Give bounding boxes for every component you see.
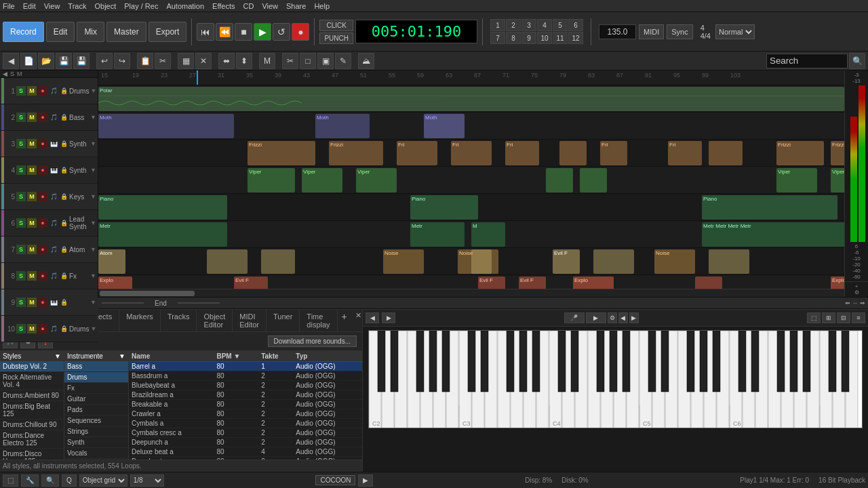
clip-3-3[interactable]: Fri xyxy=(397,141,437,165)
clip-8-5[interactable]: Explo xyxy=(573,277,614,289)
track-arrow-1[interactable]: ▼ xyxy=(90,87,96,94)
clip-7-4[interactable]: Noise xyxy=(383,249,424,274)
track-solo-2[interactable]: S xyxy=(16,113,26,122)
style-item-1[interactable]: Dubstep Vol. 2 xyxy=(0,361,64,372)
numpad-4[interactable]: 4 xyxy=(537,19,552,31)
file-row-4[interactable]: Brazildream a 80 2 Audio (OGG) xyxy=(129,390,362,400)
bt-q-btn[interactable]: Q xyxy=(62,474,77,487)
loop-button[interactable]: ↺ xyxy=(273,23,290,41)
track-arrow-6[interactable]: ▼ xyxy=(90,220,96,226)
back-button[interactable]: ⏪ xyxy=(216,23,233,41)
col-takte[interactable]: Takte xyxy=(258,351,293,362)
track-arrow-5[interactable]: ▼ xyxy=(90,193,96,200)
clip-2-1[interactable]: Moth xyxy=(98,114,234,138)
grid-select[interactable]: Object grid xyxy=(79,474,127,487)
piano-extra-4[interactable]: ≡ xyxy=(852,312,865,323)
clip-3-2[interactable]: Frizzi xyxy=(329,141,383,165)
clip-7-1[interactable]: Atom xyxy=(98,249,125,274)
track-arrow-9[interactable]: ▼ xyxy=(90,299,96,306)
instr-item-fx[interactable]: Fx xyxy=(64,383,128,394)
col-name[interactable]: Name xyxy=(129,351,214,362)
file-row-9[interactable]: Deepunch a 80 2 Audio (OGG) xyxy=(129,438,362,447)
tab-tracks[interactable]: Tracks xyxy=(161,310,197,331)
clip-8-4[interactable]: Evil F xyxy=(519,277,546,289)
track-name-10[interactable]: Drums xyxy=(69,325,89,333)
track-arrow-7[interactable]: ▼ xyxy=(90,246,96,253)
file-row-2[interactable]: Bassdrum a 80 2 Audio (OGG) xyxy=(129,371,362,381)
menu-help[interactable]: Help xyxy=(314,2,330,10)
instr-item-vocals[interactable]: Vocals xyxy=(64,448,128,459)
tb2-save[interactable]: 💾 xyxy=(56,53,72,69)
track-name-4[interactable]: Synth xyxy=(69,167,89,174)
track-rec-4[interactable]: ● xyxy=(38,165,47,175)
clip-8-7[interactable]: Explo xyxy=(831,277,844,289)
tb2-m[interactable]: M xyxy=(259,53,275,69)
track-mute-4[interactable]: M xyxy=(27,165,37,175)
numpad-9[interactable]: 9 xyxy=(521,32,536,44)
mix-button[interactable]: Mix xyxy=(77,22,104,42)
file-row-7[interactable]: Cymbals a 80 2 Audio (OGG) xyxy=(129,419,362,428)
numpad-3[interactable]: 3 xyxy=(521,19,536,31)
numpad-8[interactable]: 8 xyxy=(506,32,521,44)
tb2-save2[interactable]: 💾 xyxy=(73,53,90,69)
clip-4-6[interactable]: Viper xyxy=(776,168,817,192)
instr-item-sequences[interactable]: Sequences xyxy=(64,415,128,426)
track-mute-7[interactable]: M xyxy=(27,245,37,254)
track-mute-5[interactable]: M xyxy=(27,192,37,201)
clip-4-4[interactable] xyxy=(546,168,573,192)
track-name-6[interactable]: Lead Synth xyxy=(69,216,89,230)
record-transport-button[interactable]: ● xyxy=(292,23,309,41)
stop-button[interactable]: ■ xyxy=(235,23,252,41)
rewind-button[interactable]: ⏮ xyxy=(197,23,214,41)
style-item-5[interactable]: Drums:Chillout 90 xyxy=(0,420,64,430)
piano-ch-2[interactable]: ▶ xyxy=(586,312,606,323)
numpad-6[interactable]: 6 xyxy=(568,19,583,31)
track-rec-9[interactable]: ● xyxy=(38,298,47,307)
track-rec-6[interactable]: ● xyxy=(38,218,47,228)
track-arrow-3[interactable]: ▼ xyxy=(90,140,96,147)
numpad-1[interactable]: 1 xyxy=(490,19,505,31)
clip-3-9[interactable] xyxy=(709,141,743,165)
play-button[interactable]: ▶ xyxy=(254,23,271,41)
numpad-11[interactable]: 11 xyxy=(553,32,568,44)
midi-button[interactable]: MIDI xyxy=(639,24,664,39)
track-rec-1[interactable]: ● xyxy=(38,86,47,96)
menu-view2[interactable]: View xyxy=(262,2,278,10)
bt-snap-btn[interactable]: 🔧 xyxy=(21,474,39,487)
col-bpm[interactable]: BPM ▼ xyxy=(214,351,258,362)
menu-object[interactable]: Object xyxy=(94,2,116,10)
tb2-copy[interactable]: 📋 xyxy=(137,53,153,69)
clip-8-3[interactable]: Evil F xyxy=(478,277,505,289)
clip-8-1[interactable]: Explo xyxy=(98,277,132,289)
menu-automation[interactable]: Automation xyxy=(166,2,204,10)
track-name-8[interactable]: Fx xyxy=(69,272,89,280)
lane-8[interactable]: Explo Evil F Evil F Evil F Explo Explo xyxy=(98,275,844,289)
menu-effects[interactable]: Effects xyxy=(212,2,235,10)
horizontal-scrollbar[interactable] xyxy=(98,289,844,297)
track-solo-7[interactable]: S xyxy=(16,245,26,254)
file-row-1[interactable]: Barrel a 80 1 Audio (OGG) xyxy=(129,362,362,371)
clip-6-1[interactable]: Metr xyxy=(98,222,227,247)
file-row-6[interactable]: Crawler a 80 2 Audio (OGG) xyxy=(129,409,362,419)
tb2-new[interactable]: 📄 xyxy=(20,53,37,69)
clip-2-2[interactable]: Moth xyxy=(315,114,370,138)
clip-7-9[interactable]: Noise xyxy=(654,249,695,274)
style-item-6[interactable]: Drums:Dance Electro 125 xyxy=(0,430,64,449)
instr-item-bass[interactable]: Bass xyxy=(64,361,128,372)
clip-4-7[interactable]: Viper xyxy=(831,168,844,192)
clip-3-1[interactable]: Frizzi xyxy=(248,141,315,165)
tab-time[interactable]: Time display xyxy=(300,310,337,331)
instr-item-guitar[interactable]: Guitar xyxy=(64,394,128,405)
edit-button[interactable]: Edit xyxy=(46,22,75,42)
tb2-edit2[interactable]: ✎ xyxy=(335,53,351,69)
lane-5[interactable]: Piano Piano Piano xyxy=(98,194,844,221)
clip-7-3[interactable] xyxy=(261,249,295,274)
piano-ch-3[interactable]: ⚙ xyxy=(608,312,617,323)
piano-extra-1[interactable]: ⬚ xyxy=(807,312,821,323)
track-mute-8[interactable]: M xyxy=(27,271,37,281)
piano-next-btn[interactable]: ▶ xyxy=(382,312,395,323)
bpm-input[interactable] xyxy=(599,24,636,39)
clip-4-2[interactable]: Viper xyxy=(302,168,342,192)
clip-3-11[interactable]: Frizzi xyxy=(831,141,844,165)
vu-plus-icon[interactable]: + xyxy=(846,283,867,289)
